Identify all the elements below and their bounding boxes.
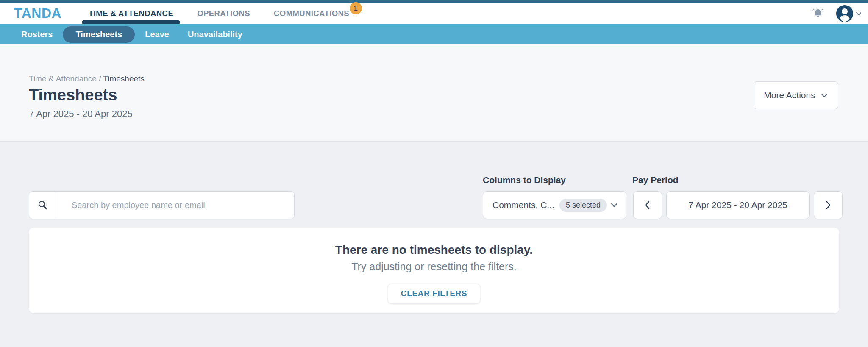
clear-filters-button[interactable]: CLEAR FILTERS xyxy=(388,284,480,303)
secondary-nav: Rosters Timesheets Leave Unavailability xyxy=(0,24,868,44)
columns-to-display-select[interactable]: Comments, C... 5 selected xyxy=(483,191,626,219)
nav-item-time-attendance[interactable]: TIME & ATTENDANCE xyxy=(83,3,179,24)
notification-bell-icon xyxy=(811,7,825,20)
notifications-button[interactable] xyxy=(811,7,825,20)
notification-count-badge: 1 xyxy=(350,2,362,14)
more-actions-button[interactable]: More Actions xyxy=(754,81,838,109)
account-menu-button[interactable] xyxy=(836,5,862,22)
chevron-down-icon xyxy=(855,10,862,17)
primary-nav-items: TIME & ATTENDANCE OPERATIONS COMMUNICATI… xyxy=(77,3,361,24)
primary-nav-right xyxy=(811,3,868,24)
subnav-item-leave[interactable]: Leave xyxy=(136,26,178,43)
nav-item-communications[interactable]: COMMUNICATIONS 1 xyxy=(268,3,355,24)
empty-state-subtitle: Try adjusting or resetting the filters. xyxy=(351,261,517,273)
timesheets-page: TANDA TIME & ATTENDANCE OPERATIONS COMMU… xyxy=(0,0,868,347)
columns-selected-value: Comments, C... xyxy=(492,200,554,210)
nav-item-label: COMMUNICATIONS xyxy=(274,9,349,18)
more-actions-label: More Actions xyxy=(764,90,815,100)
page-date-range: 7 Apr 2025 - 20 Apr 2025 xyxy=(29,108,133,119)
page-header-section: Time & Attendance / Timesheets Timesheet… xyxy=(0,44,868,142)
pay-period-label: Pay Period xyxy=(632,175,679,185)
chevron-right-icon xyxy=(823,200,833,210)
chevron-down-icon xyxy=(610,201,618,209)
subnav-item-rosters[interactable]: Rosters xyxy=(12,26,62,43)
columns-to-display-label: Columns to Display xyxy=(483,175,566,185)
breadcrumb-parent-link[interactable]: Time & Attendance xyxy=(29,74,97,83)
search-input[interactable] xyxy=(56,192,294,219)
subnav-item-timesheets[interactable]: Timesheets xyxy=(63,26,135,43)
breadcrumb-separator: / xyxy=(99,74,103,83)
user-avatar-icon xyxy=(836,5,854,22)
pay-period-previous-button[interactable] xyxy=(633,191,662,219)
page-title: Timesheets xyxy=(29,86,117,104)
pay-period-next-button[interactable] xyxy=(814,191,843,219)
columns-selected-count-badge: 5 selected xyxy=(559,199,607,212)
subnav-item-unavailability[interactable]: Unavailability xyxy=(178,26,252,43)
nav-item-label: OPERATIONS xyxy=(197,9,250,18)
primary-nav: TANDA TIME & ATTENDANCE OPERATIONS COMMU… xyxy=(0,3,868,24)
nav-item-label: TIME & ATTENDANCE xyxy=(89,9,173,18)
timesheets-empty-state-card: There are no timesheets to display. Try … xyxy=(29,228,839,313)
pay-period-range-value: 7 Apr 2025 - 20 Apr 2025 xyxy=(688,200,787,210)
breadcrumb: Time & Attendance / Timesheets xyxy=(29,74,145,83)
empty-state-title: There are no timesheets to display. xyxy=(335,243,533,257)
pay-period-range-button[interactable]: 7 Apr 2025 - 20 Apr 2025 xyxy=(666,191,810,219)
tanda-logo[interactable]: TANDA xyxy=(14,6,61,21)
chevron-left-icon xyxy=(643,200,652,210)
breadcrumb-current: Timesheets xyxy=(103,74,145,83)
employee-search xyxy=(29,191,295,219)
active-tab-underline xyxy=(82,20,180,24)
chevron-down-icon xyxy=(821,92,828,99)
search-icon xyxy=(37,200,48,211)
search-icon-segment xyxy=(29,192,56,219)
nav-item-operations[interactable]: OPERATIONS xyxy=(191,3,256,24)
